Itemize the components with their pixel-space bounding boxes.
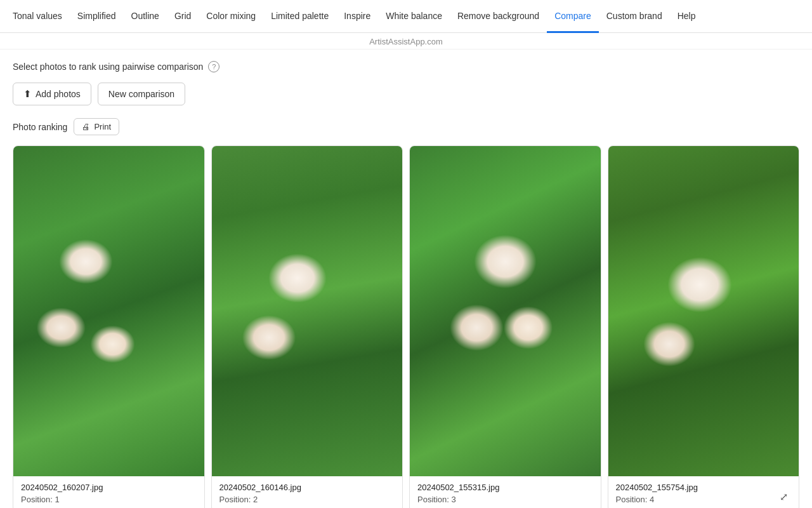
photo-card-4[interactable]: 20240502_155754.jpg Position: 4 ⤢ [608,145,800,508]
photo-position-2: Position: 2 [219,495,395,504]
new-comparison-button[interactable]: New comparison [98,83,185,105]
photo-filename-2: 20240502_160146.jpg [219,483,395,492]
printer-icon: 🖨 [82,122,90,131]
photo-card-2[interactable]: 20240502_160146.jpg Position: 2 [211,145,403,508]
app-subtitle: ArtistAssistApp.com [0,33,812,50]
nav-help[interactable]: Help [670,1,704,33]
photo-card-3[interactable]: 20240502_155315.jpg Position: 3 [409,145,601,508]
main-content: Select photos to rank using pairwise com… [0,50,812,508]
print-button[interactable]: 🖨 Print [74,118,119,135]
photo-position-1: Position: 1 [21,495,197,504]
nav-grid[interactable]: Grid [167,1,199,33]
upload-icon: ⬆ [23,88,32,100]
expand-icon[interactable]: ⤢ [775,488,792,505]
photo-filename-3: 20240502_155315.jpg [417,483,593,492]
new-comparison-label: New comparison [108,89,174,99]
photo-filename-1: 20240502_160207.jpg [21,483,197,492]
photo-info-4: 20240502_155754.jpg Position: 4 ⤢ [608,476,799,508]
photo-position-3: Position: 3 [417,495,593,504]
photo-image-2 [212,146,403,476]
photo-image-1 [13,146,204,476]
photo-ranking-bar: Photo ranking 🖨 Print [13,118,799,135]
button-group: ⬆ Add photos New comparison [13,83,799,105]
nav-color-mixing[interactable]: Color mixing [199,1,263,33]
nav-inspire[interactable]: Inspire [336,1,378,33]
nav-limited-palette[interactable]: Limited palette [263,1,336,33]
nav-custom-brand[interactable]: Custom brand [599,1,670,33]
photo-grid: 20240502_160207.jpg Position: 1 20240502… [13,145,799,508]
photo-image-4 [608,146,799,476]
photo-card-1[interactable]: 20240502_160207.jpg Position: 1 [13,145,205,508]
section-header: Select photos to rank using pairwise com… [13,61,799,72]
photo-filename-4: 20240502_155754.jpg [616,483,792,492]
add-photos-label: Add photos [36,89,81,99]
add-photos-button[interactable]: ⬆ Add photos [13,83,91,105]
photo-ranking-label: Photo ranking [13,122,67,132]
nav-compare[interactable]: Compare [547,1,599,33]
print-label: Print [94,122,111,131]
nav-white-balance[interactable]: White balance [378,1,450,33]
photo-image-3 [410,146,601,476]
nav-bar: Tonal values Simplified Outline Grid Col… [0,0,812,33]
photo-position-4: Position: 4 [616,495,792,504]
section-title: Select photos to rank using pairwise com… [13,62,203,72]
nav-simplified[interactable]: Simplified [70,1,124,33]
photo-info-2: 20240502_160146.jpg Position: 2 [212,476,403,508]
photo-info-1: 20240502_160207.jpg Position: 1 [13,476,204,508]
nav-outline[interactable]: Outline [124,1,167,33]
nav-tonal-values[interactable]: Tonal values [5,1,70,33]
nav-remove-background[interactable]: Remove background [450,1,547,33]
photo-info-3: 20240502_155315.jpg Position: 3 [410,476,601,508]
help-icon[interactable]: ? [208,61,219,72]
